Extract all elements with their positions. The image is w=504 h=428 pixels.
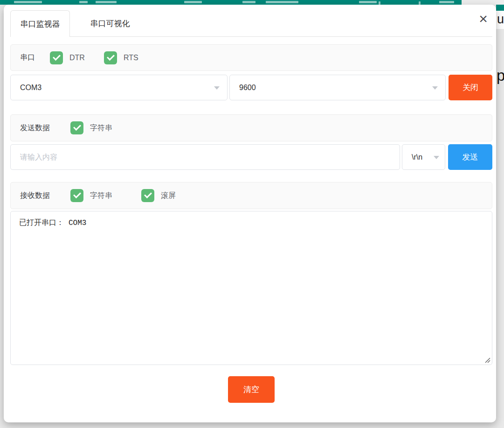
receive-string-label: 字符串 <box>90 191 112 201</box>
page-edge-teal-strip <box>496 5 504 11</box>
clipped-text-fragment-mid: p <box>497 67 504 84</box>
menubar-glyph-fragment <box>242 1 255 3</box>
scroll-label: 滚屏 <box>161 191 176 201</box>
tab-serial-plotter-label: 串口可视化 <box>90 18 130 29</box>
receive-log[interactable]: 已打开串口：COM3 <box>10 211 492 365</box>
menubar-glyph-fragment <box>266 1 298 3</box>
line-ending-select[interactable]: \r\n <box>402 144 445 170</box>
send-string-label: 字符串 <box>90 123 112 133</box>
tab-serial-monitor-label: 串口监视器 <box>21 19 60 29</box>
port-select-value: COM3 <box>20 84 41 92</box>
tabbar-divider <box>70 36 492 37</box>
chevron-down-icon <box>432 86 438 90</box>
menubar-glyph-fragment <box>419 1 421 5</box>
receive-log-text: 已打开串口： <box>19 218 64 226</box>
send-string-checkbox[interactable] <box>70 121 83 134</box>
scroll-checkbox-group[interactable]: 滚屏 <box>141 189 176 202</box>
dtr-checkbox-group[interactable]: DTR <box>50 51 85 64</box>
baud-select-value: 9600 <box>239 84 256 92</box>
tab-serial-monitor[interactable]: 串口监视器 <box>10 10 70 37</box>
receive-string-checkbox-group[interactable]: 字符串 <box>70 189 112 202</box>
close-port-button[interactable]: 关闭 <box>449 75 492 100</box>
menubar-glyph-fragment <box>14 1 42 3</box>
receive-string-checkbox[interactable] <box>70 189 83 202</box>
close-icon[interactable]: × <box>479 11 488 26</box>
clipped-text-fragment-top: u <box>497 12 504 27</box>
menubar-glyph-fragment <box>439 1 454 3</box>
menubar-glyph-fragment <box>359 1 377 3</box>
dtr-checkbox[interactable] <box>50 51 63 64</box>
chevron-down-icon <box>214 86 220 90</box>
receive-section-title: 接收数据 <box>20 191 50 201</box>
baud-select[interactable]: 9600 <box>229 75 446 100</box>
serial-section-title: 串口 <box>20 53 35 63</box>
send-section-header: 发送数据 字符串 <box>10 114 492 141</box>
serial-monitor-dialog: 串口监视器 串口可视化 × 串口 DTR RTS COM3 9600 关闭 发送… <box>4 5 496 422</box>
receive-section-header: 接收数据 字符串 滚屏 <box>10 182 492 209</box>
clear-button[interactable]: 清空 <box>228 376 275 403</box>
rts-checkbox-group[interactable]: RTS <box>104 51 138 64</box>
resize-handle-icon[interactable] <box>484 357 490 363</box>
send-input[interactable] <box>10 144 400 170</box>
app-menubar <box>0 0 462 5</box>
send-button[interactable]: 发送 <box>448 144 492 170</box>
tab-serial-plotter[interactable]: 串口可视化 <box>70 10 150 36</box>
rts-label: RTS <box>124 54 138 62</box>
line-ending-value: \r\n <box>412 153 422 161</box>
scroll-checkbox[interactable] <box>141 189 154 202</box>
receive-log-port: COM3 <box>69 219 86 227</box>
menubar-glyph-fragment <box>79 1 88 3</box>
dtr-label: DTR <box>69 54 85 62</box>
menubar-right-gap <box>462 0 504 5</box>
port-select[interactable]: COM3 <box>10 75 228 100</box>
rts-checkbox[interactable] <box>104 51 117 64</box>
chevron-down-icon <box>434 156 439 159</box>
send-section-title: 发送数据 <box>20 123 50 133</box>
send-string-checkbox-group[interactable]: 字符串 <box>70 121 112 134</box>
menubar-glyph-fragment <box>379 1 380 5</box>
serial-section-header: 串口 DTR RTS <box>10 44 492 71</box>
menubar-glyph-fragment <box>96 1 117 3</box>
menubar-glyph-fragment <box>184 1 202 3</box>
